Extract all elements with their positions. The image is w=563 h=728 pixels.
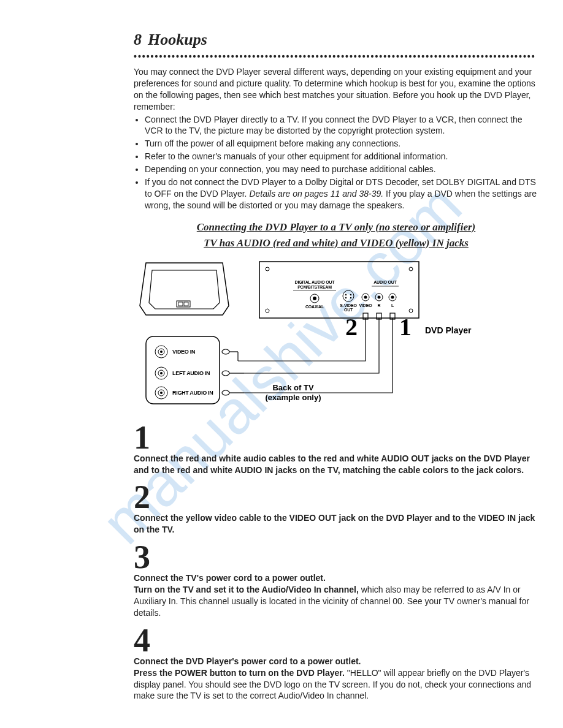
bullet-list: Connect the DVD Player directly to a TV.… [134,114,538,211]
svg-text:COAXIAL: COAXIAL [305,305,324,309]
subheading-line1: Connecting the DVD Player to a TV only (… [134,221,538,233]
svg-point-17 [345,297,347,298]
list-item: Connect the DVD Player directly to a TV.… [145,114,538,137]
svg-point-24 [364,295,367,298]
svg-text:AUDIO OUT: AUDIO OUT [373,280,397,284]
svg-text:VIDEO IN: VIDEO IN [172,349,195,355]
step-2-number: 2 [134,480,538,514]
list-item: Refer to the owner's manuals of your oth… [145,151,538,162]
svg-text:DIGITAL AUDIO OUT: DIGITAL AUDIO OUT [295,280,335,284]
svg-point-12 [313,297,316,300]
list-item: Depending on your connection, you may ne… [145,164,538,175]
page-number: 8 [134,31,142,49]
list-item: Turn off the power of all equipment befo… [145,138,538,150]
step-4-text: Connect the DVD Player's power cord to a… [134,656,538,702]
list-item: If you do not connect the DVD Player to … [145,176,538,211]
intro-paragraph: You may connect the DVD Player several d… [134,66,538,113]
svg-point-14 [343,290,354,301]
svg-point-43 [160,392,163,394]
step-3-text: Connect the TV's power cord to a power o… [134,572,538,619]
svg-point-15 [345,294,347,295]
tv-back-jacks-icon: VIDEO IN LEFT AUDIO IN RIGHT AUDIO IN [146,336,220,404]
svg-text:LEFT AUDIO IN: LEFT AUDIO IN [172,370,210,376]
svg-point-30 [391,295,394,298]
step-4a: Connect the DVD Player's power cord to a… [134,656,361,666]
dvd-rear-panel-icon: DIGITAL AUDIO OUT PCM/BITSTREAM COAXIAL … [259,262,419,318]
back-of-tv-sub: (example only) [265,393,321,402]
step-1-text: Connect the red and white audio cables t… [134,453,538,476]
step-3b: Turn on the TV and set it to the Audio/V… [134,585,359,594]
svg-text:OUT: OUT [344,308,353,312]
svg-text:PCM/BITSTREAM: PCM/BITSTREAM [297,285,332,289]
svg-text:L: L [391,303,394,308]
svg-point-7 [409,309,413,313]
svg-point-48 [222,371,229,376]
step-4-number: 4 [134,624,538,657]
back-of-tv-label: Back of TV [272,383,314,392]
step-1-number: 1 [134,421,538,454]
tv-icon [140,263,229,315]
svg-text:R: R [378,303,381,308]
svg-rect-1 [178,302,183,306]
subheading-line2: TV has AUDIO (red and white) and VIDEO (… [134,237,538,249]
svg-point-18 [350,297,351,298]
svg-point-5 [266,309,269,313]
svg-point-6 [409,267,413,271]
svg-point-35 [160,351,163,353]
dotted-rule: ••••••••••••••••••••••••••••••••••••••••… [134,51,538,61]
svg-point-27 [378,295,381,298]
page-title: Hookups [148,31,207,49]
step-3-number: 3 [134,540,538,574]
heading-row: 8 Hookups [134,31,538,49]
svg-point-39 [160,372,163,374]
dvd-player-label: DVD Player [425,325,472,335]
svg-point-16 [350,294,351,295]
svg-point-50 [222,390,229,395]
svg-text:RIGHT AUDIO IN: RIGHT AUDIO IN [172,390,213,396]
svg-rect-3 [259,262,419,318]
diagram-step-1: 1 [399,313,412,341]
svg-text:VIDEO: VIDEO [359,303,373,308]
step-4b: Press the POWER button to turn on the DV… [134,668,345,678]
diagram-step-2: 2 [345,313,358,341]
svg-point-4 [266,267,269,271]
bullet5-italic: Details are on pages 11 and 38-39. [249,189,383,199]
step-2-text: Connect the yellow video cable to the VI… [134,512,538,536]
page-content: 8 Hookups ••••••••••••••••••••••••••••••… [0,0,563,728]
svg-text:S-VIDEO: S-VIDEO [340,303,357,308]
svg-point-45 [222,349,229,354]
step-3a: Connect the TV's power cord to a power o… [134,573,326,583]
svg-rect-2 [184,302,188,306]
connection-diagram: DIGITAL AUDIO OUT PCM/BITSTREAM COAXIAL … [134,257,477,416]
